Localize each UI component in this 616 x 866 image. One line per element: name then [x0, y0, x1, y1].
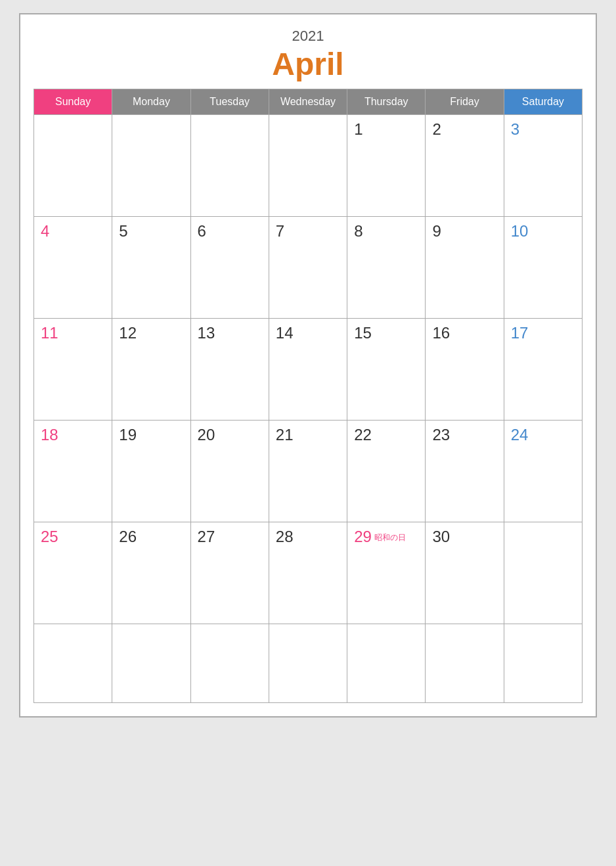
calendar-day-cell[interactable]: 19: [112, 421, 190, 522]
calendar-table: Sunday Monday Tuesday Wednesday Thursday…: [33, 89, 583, 703]
header-sunday: Sunday: [34, 89, 112, 115]
day-number: 21: [276, 426, 294, 444]
calendar-day-cell[interactable]: [347, 624, 426, 703]
calendar-day-cell[interactable]: 11: [34, 319, 112, 421]
day-number: 14: [276, 324, 294, 342]
day-number: 16: [432, 324, 450, 342]
day-number: 27: [198, 528, 215, 545]
calendar-day-cell[interactable]: 1: [347, 115, 426, 217]
calendar-day-cell[interactable]: 4: [34, 217, 112, 319]
calendar-container: 2021 April Sunday Monday Tuesday Wednesd…: [19, 13, 597, 718]
calendar-day-cell[interactable]: 8: [347, 217, 426, 319]
day-number: 19: [119, 426, 137, 444]
header-row: Sunday Monday Tuesday Wednesday Thursday…: [34, 89, 583, 115]
calendar-day-cell[interactable]: 27: [190, 522, 269, 624]
calendar-week-row: [34, 624, 583, 703]
calendar-day-cell[interactable]: [504, 522, 582, 624]
calendar-day-cell[interactable]: [34, 115, 112, 217]
calendar-day-cell[interactable]: 25: [34, 522, 112, 624]
calendar-month: April: [33, 46, 583, 82]
day-number: 7: [276, 222, 284, 240]
calendar-day-cell[interactable]: 15: [347, 319, 426, 421]
calendar-week-row: 123: [34, 115, 583, 217]
calendar-day-cell[interactable]: [269, 624, 347, 703]
day-number: 3: [511, 120, 519, 138]
header-monday: Monday: [112, 89, 190, 115]
calendar-day-cell[interactable]: 22: [347, 421, 426, 522]
calendar-day-cell[interactable]: 14: [269, 319, 347, 421]
calendar-week-row: 11121314151617: [34, 319, 583, 421]
calendar-day-cell[interactable]: 2: [426, 115, 504, 217]
calendar-day-cell[interactable]: 23: [426, 421, 504, 522]
day-number: 18: [41, 426, 58, 444]
calendar-week-row: 18192021222324: [34, 421, 583, 522]
day-number: 28: [276, 528, 294, 545]
calendar-day-cell[interactable]: 21: [269, 421, 347, 522]
day-number: 8: [354, 222, 363, 240]
calendar-day-cell[interactable]: 5: [112, 217, 190, 319]
day-number: 2: [432, 120, 441, 138]
calendar-day-cell[interactable]: 10: [504, 217, 582, 319]
day-number: 23: [432, 426, 450, 444]
calendar-day-cell[interactable]: 9: [426, 217, 504, 319]
calendar-day-cell[interactable]: 29昭和の日: [347, 522, 426, 624]
day-number: 10: [511, 222, 529, 240]
header-thursday: Thursday: [347, 89, 426, 115]
calendar-day-cell[interactable]: 24: [504, 421, 582, 522]
calendar-day-cell[interactable]: [112, 115, 190, 217]
calendar-day-cell[interactable]: [504, 624, 582, 703]
calendar-day-cell[interactable]: 13: [190, 319, 269, 421]
calendar-day-cell[interactable]: 16: [426, 319, 504, 421]
calendar-day-cell[interactable]: 12: [112, 319, 190, 421]
day-number: 26: [119, 528, 137, 545]
day-number: 29: [354, 528, 372, 545]
day-number: 1: [354, 120, 363, 138]
day-number: 17: [511, 324, 529, 342]
day-number: 11: [41, 324, 58, 342]
day-number: 9: [432, 222, 441, 240]
day-number: 22: [354, 426, 372, 444]
calendar-header: 2021 April: [33, 28, 583, 82]
day-number: 5: [119, 222, 127, 240]
day-number: 4: [41, 222, 49, 240]
calendar-day-cell[interactable]: [269, 115, 347, 217]
calendar-day-cell[interactable]: 6: [190, 217, 269, 319]
calendar-day-cell[interactable]: 18: [34, 421, 112, 522]
header-saturday: Saturday: [504, 89, 582, 115]
calendar-day-cell[interactable]: 7: [269, 217, 347, 319]
day-number: 6: [198, 222, 206, 240]
day-number: 15: [354, 324, 372, 342]
calendar-day-cell[interactable]: [426, 624, 504, 703]
calendar-week-row: 45678910: [34, 217, 583, 319]
day-number: 20: [198, 426, 215, 444]
calendar-day-cell[interactable]: [190, 115, 269, 217]
day-number: 25: [41, 528, 58, 545]
day-number: 13: [198, 324, 215, 342]
calendar-day-cell[interactable]: [112, 624, 190, 703]
day-number: 30: [432, 528, 450, 545]
calendar-day-cell[interactable]: 17: [504, 319, 582, 421]
day-number: 12: [119, 324, 137, 342]
day-number: 24: [511, 426, 529, 444]
calendar-week-row: 2526272829昭和の日30: [34, 522, 583, 624]
header-wednesday: Wednesday: [269, 89, 347, 115]
holiday-label: 昭和の日: [374, 533, 406, 542]
calendar-year: 2021: [33, 28, 583, 45]
calendar-day-cell[interactable]: [190, 624, 269, 703]
calendar-day-cell[interactable]: 26: [112, 522, 190, 624]
header-friday: Friday: [426, 89, 504, 115]
calendar-day-cell[interactable]: [34, 624, 112, 703]
calendar-day-cell[interactable]: 28: [269, 522, 347, 624]
calendar-day-cell[interactable]: 30: [426, 522, 504, 624]
calendar-day-cell[interactable]: 20: [190, 421, 269, 522]
calendar-day-cell[interactable]: 3: [504, 115, 582, 217]
header-tuesday: Tuesday: [190, 89, 269, 115]
